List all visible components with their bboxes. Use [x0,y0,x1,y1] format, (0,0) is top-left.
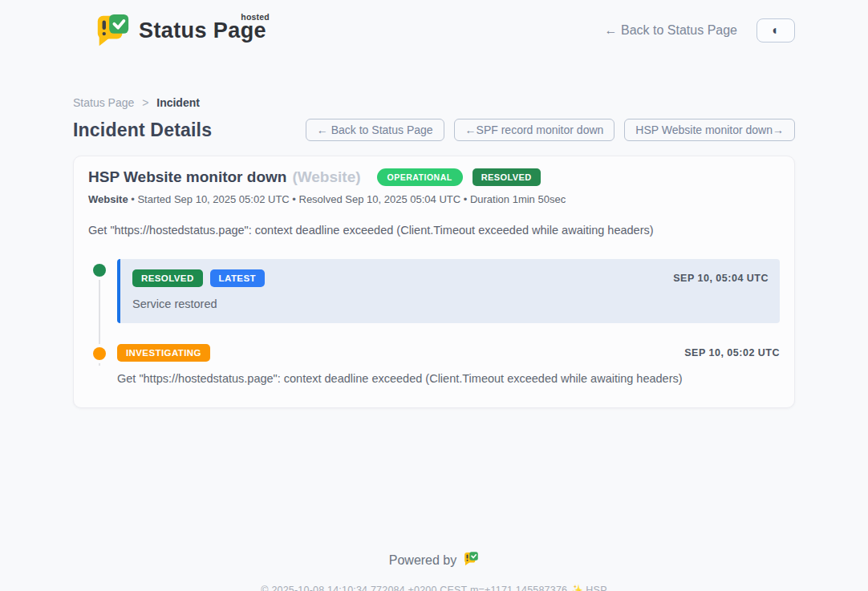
powered-by-link[interactable]: Powered by [389,551,480,570]
operational-status-badge: OPERATIONAL [377,168,463,186]
status-page-logo-icon-small [463,551,479,570]
investigating-badge: INVESTIGATING [117,344,210,362]
breadcrumb-status-page[interactable]: Status Page [73,96,134,109]
brand-name: Status Page hosted [139,18,266,43]
timeline-entry-head: INVESTIGATING SEP 10, 05:02 UTC [117,344,780,362]
incident-component: (Website) [292,168,360,186]
timeline-entry-message: Get "https://hostedstatus.page": context… [117,372,780,385]
prev-incident-button[interactable]: ←SPF record monitor down [454,119,615,141]
resolved-state-badge: RESOLVED [473,168,541,186]
timeline-entry-badges: RESOLVED LATEST [132,269,265,287]
theme-toggle-button[interactable]: ◐ [756,18,795,43]
timeline-dot-green [93,264,106,277]
timeline-dot-orange [93,347,106,360]
timeline-entry-investigating: INVESTIGATING SEP 10, 05:02 UTC Get "htt… [88,342,780,385]
timeline-entry-timestamp: SEP 10, 05:04 UTC [673,273,769,284]
timeline-entry-plain: INVESTIGATING SEP 10, 05:02 UTC Get "htt… [117,342,780,385]
back-to-status-page-button[interactable]: ← Back to Status Page [306,119,444,141]
title-row: Incident Details ← Back to Status Page ←… [73,119,795,141]
incident-nav-buttons: ← Back to Status Page ←SPF record monito… [306,119,795,141]
header-actions: ← Back to Status Page ◐ [605,18,795,43]
resolved-badge: RESOLVED [132,269,203,287]
header-back-to-status-page-link[interactable]: ← Back to Status Page [605,23,737,38]
footer: Powered by © 2025-10-08 14:10:34.772084 … [73,551,795,591]
breadcrumb-incident: Incident [156,96,200,109]
copyright-text: © 2025-10-08 14:10:34.772084 +0200 CEST … [73,584,795,591]
breadcrumb: Status Page > Incident [73,96,795,109]
timeline-entry-message: Service restored [132,298,769,310]
main-content: Status Page > Incident Incident Details … [73,96,795,591]
incident-title: HSP Website monitor down [88,168,286,186]
incident-description: Get "https://hostedstatus.page": context… [88,224,780,237]
next-incident-button[interactable]: HSP Website monitor down→ [624,119,795,141]
timeline-entry-resolved: RESOLVED LATEST SEP 10, 05:04 UTC Servic… [88,259,780,323]
timeline-entry-badges: INVESTIGATING [117,344,210,362]
header: Status Page hosted ← Back to Status Page… [73,0,795,50]
brand-logo[interactable]: Status Page hosted [94,12,266,49]
breadcrumb-separator: > [142,96,148,109]
page-title: Incident Details [73,119,212,141]
incident-meta: Website • Started Sep 10, 2025 05:02 UTC… [88,193,780,205]
incident-card-header: HSP Website monitor down (Website) OPERA… [88,168,780,186]
incident-timeline: RESOLVED LATEST SEP 10, 05:04 UTC Servic… [88,259,780,385]
timeline-entry-box: RESOLVED LATEST SEP 10, 05:04 UTC Servic… [117,259,780,323]
timeline-entry-head: RESOLVED LATEST SEP 10, 05:04 UTC [132,269,769,287]
brand-superscript: hosted [241,12,270,22]
incident-meta-component: Website [88,193,128,205]
half-moon-icon: ◐ [772,24,780,37]
status-page-logo-icon [94,12,131,49]
timeline-entry-timestamp: SEP 10, 05:02 UTC [684,347,780,358]
incident-meta-details: • Started Sep 10, 2025 05:02 UTC • Resol… [128,193,566,205]
incident-card: HSP Website monitor down (Website) OPERA… [73,156,795,408]
latest-badge: LATEST [210,269,265,287]
powered-by-label: Powered by [389,553,457,568]
